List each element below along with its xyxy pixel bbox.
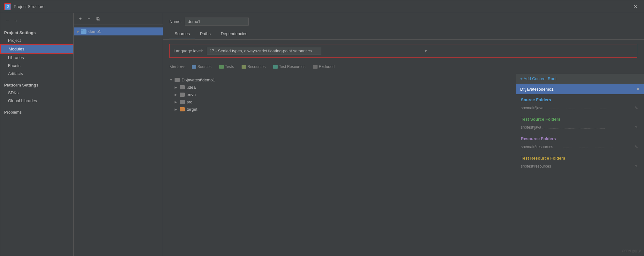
idea-label: .idea xyxy=(187,85,196,90)
idea-chevron-icon: ▶ xyxy=(175,86,178,89)
test-resource-folder-entry-0: src\test\resources ✎ xyxy=(521,162,639,170)
root-label: D:\javatest\demo1 xyxy=(182,78,215,82)
tree-item-demo1[interactable]: ▶ demo1 xyxy=(74,27,163,35)
mark-resources-button[interactable]: Resources xyxy=(239,64,268,70)
file-tree: ▼ D:\javatest\demo1 ▶ .idea ▶ .mvn xyxy=(163,74,516,256)
test-resource-folder-path-0: src\test\resources xyxy=(521,164,633,169)
mark-as-row: Mark as: Sources Tests Resources Test Re… xyxy=(163,62,644,74)
module-panel: + − ⧉ ▶ demo1 xyxy=(74,13,163,256)
module-tree: ▶ demo1 xyxy=(74,25,163,256)
language-level-label: Language level: xyxy=(174,49,203,53)
nav-arrows: ← → xyxy=(0,16,73,28)
sidebar-item-sdks[interactable]: SDKs xyxy=(0,89,73,97)
tree-root-item[interactable]: ▼ D:\javatest\demo1 xyxy=(163,76,516,84)
name-row: Name: xyxy=(163,13,644,29)
resource-folders-section: Resource Folders src\main\resources.....… xyxy=(516,133,644,153)
info-header: + Add Content Root xyxy=(516,74,644,84)
tab-paths[interactable]: Paths xyxy=(195,29,216,39)
src-folder-icon xyxy=(180,100,185,104)
source-folder-path-0: src\main\java...........................… xyxy=(521,106,633,110)
title-bar: J Project Structure ✕ xyxy=(0,0,644,13)
platform-settings-title: Platform Settings xyxy=(0,80,73,89)
sidebar-item-project[interactable]: Project xyxy=(0,36,73,44)
idea-folder-icon xyxy=(180,85,185,89)
tree-chevron: ▶ xyxy=(77,30,79,33)
tree-item-label: demo1 xyxy=(88,29,101,34)
forward-arrow[interactable]: → xyxy=(12,18,19,24)
sidebar-item-artifacts[interactable]: Artifacts xyxy=(0,70,73,78)
src-chevron-icon: ▶ xyxy=(175,100,178,104)
mark-excluded-button[interactable]: Excluded xyxy=(311,64,337,70)
window-title: Project Structure xyxy=(14,4,631,9)
module-tabs: Sources Paths Dependencies xyxy=(163,29,644,40)
target-label: target xyxy=(187,107,197,112)
sources-folder-icon xyxy=(192,65,196,69)
sidebar-item-modules[interactable]: Modules xyxy=(0,44,73,54)
test-source-folder-edit-0[interactable]: ✎ xyxy=(633,124,639,130)
test-resource-folder-edit-0[interactable]: ✎ xyxy=(633,163,639,169)
test-source-folders-section: Test Source Folders src\test\java.......… xyxy=(516,114,644,133)
excluded-folder-icon xyxy=(313,65,318,69)
root-folder-icon xyxy=(175,78,180,82)
language-level-select[interactable]: 17 - Sealed types, always-strict floatin… xyxy=(207,47,321,55)
src-label: src xyxy=(187,100,192,104)
module-folder-icon xyxy=(81,29,86,34)
mvn-folder-icon xyxy=(180,93,185,97)
remove-module-button[interactable]: − xyxy=(86,16,92,22)
problems-label[interactable]: Problems xyxy=(4,110,70,115)
resource-folder-path-0: src\main\resources......................… xyxy=(521,145,633,149)
source-folder-entry-0: src\main\java...........................… xyxy=(521,104,639,112)
path-close-button[interactable]: ✕ xyxy=(636,87,640,92)
test-resources-folder-icon xyxy=(273,65,278,69)
sidebar-item-global-libraries[interactable]: Global Libraries xyxy=(0,97,73,105)
tree-item-idea[interactable]: ▶ .idea xyxy=(163,84,516,91)
sidebar-item-libraries[interactable]: Libraries xyxy=(0,54,73,62)
main-content: ← → Project Settings Project Modules Lib… xyxy=(0,13,644,256)
test-source-folder-entry-0: src\test\java...........................… xyxy=(521,124,639,131)
add-module-button[interactable]: + xyxy=(77,16,84,22)
mvn-label: .mvn xyxy=(187,92,196,97)
tree-item-src[interactable]: ▶ src xyxy=(163,98,516,106)
test-source-folder-path-0: src\test\java...........................… xyxy=(521,125,633,130)
root-chevron-icon: ▼ xyxy=(169,78,173,82)
resource-folder-entry-0: src\main\resources......................… xyxy=(521,143,639,151)
path-header: D:\javatest\demo1 ✕ xyxy=(516,84,644,94)
test-resource-folders-title: Test Resource Folders xyxy=(521,156,639,161)
module-toolbar: + − ⧉ xyxy=(74,13,163,25)
name-label: Name: xyxy=(169,19,182,24)
tab-sources[interactable]: Sources xyxy=(169,29,195,39)
info-panel: + Add Content Root D:\javatest\demo1 ✕ S… xyxy=(516,74,644,256)
test-resource-folders-section: Test Resource Folders src\test\resources… xyxy=(516,153,644,172)
tree-item-target[interactable]: ▶ target xyxy=(163,106,516,113)
project-structure-window: J Project Structure ✕ ← → Project Settin… xyxy=(0,0,644,256)
resources-folder-icon xyxy=(242,65,246,69)
mark-tests-button[interactable]: Tests xyxy=(217,64,236,70)
project-settings-title: Project Settings xyxy=(0,28,73,36)
mark-as-label: Mark as: xyxy=(169,64,185,69)
resource-folder-edit-0[interactable]: ✎ xyxy=(633,144,639,150)
test-source-folders-title: Test Source Folders xyxy=(521,117,639,122)
copy-module-button[interactable]: ⧉ xyxy=(94,16,102,22)
svg-rect-1 xyxy=(81,30,83,31)
problems-section: Problems xyxy=(0,105,73,117)
mark-sources-button[interactable]: Sources xyxy=(189,64,214,70)
watermark: CSDN @阳呆 xyxy=(622,249,641,253)
sidebar-item-facets[interactable]: Facets xyxy=(0,62,73,70)
tests-folder-icon xyxy=(219,65,224,69)
close-button[interactable]: ✕ xyxy=(631,2,640,11)
language-level-row: Language level: 17 - Sealed types, alway… xyxy=(169,44,637,58)
app-icon: J xyxy=(4,3,11,10)
resource-folders-title: Resource Folders xyxy=(521,136,639,141)
select-arrow-icon: ▼ xyxy=(424,49,428,53)
mark-test-resources-button[interactable]: Test Resources xyxy=(271,64,308,70)
module-name-input[interactable] xyxy=(185,18,249,26)
source-folder-edit-0[interactable]: ✎ xyxy=(633,105,639,111)
tree-item-mvn[interactable]: ▶ .mvn xyxy=(163,91,516,98)
source-folders-title: Source Folders xyxy=(521,97,639,102)
add-content-root-button[interactable]: + Add Content Root xyxy=(520,76,640,81)
tab-dependencies[interactable]: Dependencies xyxy=(216,29,252,39)
back-arrow[interactable]: ← xyxy=(4,18,11,24)
sidebar: ← → Project Settings Project Modules Lib… xyxy=(0,13,74,256)
source-folders-section: Source Folders src\main\java............… xyxy=(516,94,644,114)
mvn-chevron-icon: ▶ xyxy=(175,93,178,96)
